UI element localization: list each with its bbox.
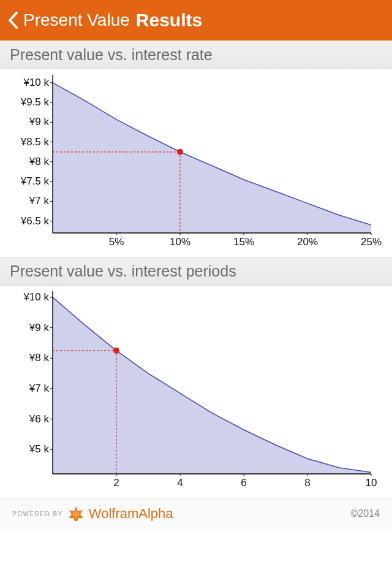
y-tick-label: ¥6 k: [29, 413, 49, 425]
navbar: Present Value Results: [0, 0, 392, 40]
svg-point-17: [177, 149, 183, 155]
x-tick-label: 6: [241, 477, 246, 489]
y-tick-label: ¥8.5 k: [21, 136, 49, 148]
chart-periods: ¥5 k¥6 k¥7 k¥8 k¥9 k¥10 k246810: [5, 289, 380, 492]
wolfram-icon: [68, 506, 84, 522]
x-tick-label: 8: [304, 477, 310, 489]
section-header-rate: Present value vs. interest rate: [0, 40, 392, 69]
powered-by-label: POWERED BY: [12, 511, 63, 517]
y-tick-label: ¥9 k: [29, 116, 49, 128]
y-tick-label: ¥8 k: [29, 156, 49, 168]
x-tick-label: 2: [113, 477, 119, 489]
y-tick-label: ¥8 k: [29, 352, 49, 364]
y-tick-label: ¥7 k: [29, 195, 49, 207]
x-tick-label: 20%: [297, 236, 318, 248]
chart-rate: ¥6.5 k¥7 k¥7.5 k¥8 k¥8.5 k¥9 k¥9.5 k¥10 …: [5, 73, 380, 251]
x-tick-label: 25%: [361, 236, 382, 248]
y-tick-label: ¥6.5 k: [21, 215, 49, 227]
chart-rate-wrap: ¥6.5 k¥7 k¥7.5 k¥8 k¥8.5 k¥9 k¥9.5 k¥10 …: [0, 69, 392, 257]
chevron-left-icon: [7, 11, 18, 29]
y-tick-label: ¥7 k: [29, 383, 49, 395]
back-button[interactable]: [4, 8, 22, 32]
y-tick-label: ¥7.5 k: [21, 175, 49, 188]
chart-periods-wrap: ¥5 k¥6 k¥7 k¥8 k¥9 k¥10 k246810: [0, 286, 392, 498]
x-tick-label: 4: [177, 477, 183, 489]
y-tick-label: ¥10 k: [23, 291, 49, 303]
brand-name: WolframAlpha: [89, 506, 173, 522]
section-header-periods: Present value vs. interest periods: [0, 257, 392, 286]
x-tick-label: 15%: [233, 236, 254, 248]
page-title: Results: [136, 10, 202, 31]
y-tick-label: ¥10 k: [23, 77, 49, 89]
x-tick-label: 10: [366, 477, 377, 489]
x-tick-label: 5%: [109, 236, 124, 248]
copyright: ©2014: [351, 508, 380, 519]
y-tick-label: ¥5 k: [29, 443, 49, 455]
powered-by-wolfram[interactable]: POWERED BY WolframAlpha: [12, 506, 173, 522]
y-tick-label: ¥9.5 k: [21, 96, 49, 109]
x-tick-label: 10%: [170, 236, 190, 248]
footer: POWERED BY WolframAlpha ©2014: [0, 498, 392, 530]
y-tick-label: ¥9 k: [29, 322, 49, 334]
svg-point-33: [113, 348, 119, 354]
back-label[interactable]: Present Value: [23, 10, 130, 30]
